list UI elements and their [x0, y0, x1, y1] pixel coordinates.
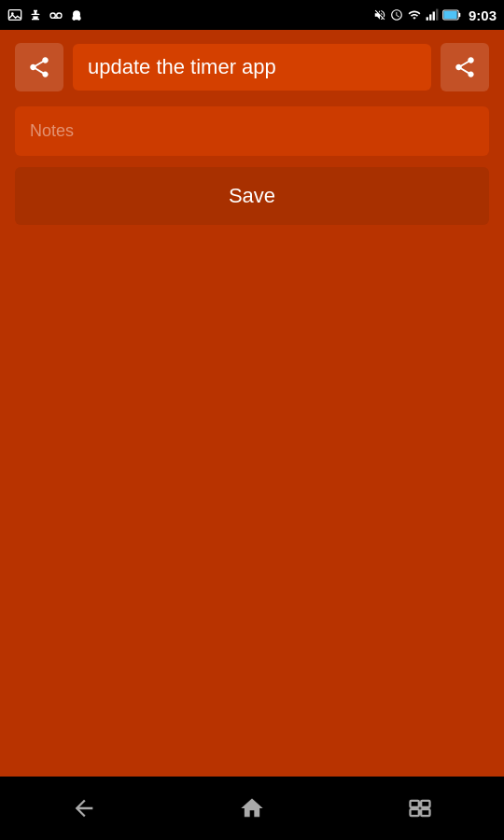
recents-icon [407, 795, 433, 821]
alarm-icon [390, 8, 403, 21]
svg-rect-9 [429, 14, 431, 20]
svg-rect-16 [421, 801, 429, 807]
status-time: 9:03 [469, 7, 497, 23]
svg-rect-11 [436, 9, 438, 21]
svg-rect-2 [32, 19, 39, 20]
svg-rect-8 [427, 17, 428, 21]
mute-icon [373, 8, 386, 21]
svg-point-5 [57, 13, 62, 18]
back-button[interactable] [43, 786, 125, 831]
svg-rect-15 [411, 801, 419, 807]
svg-rect-13 [458, 13, 460, 17]
back-icon [71, 795, 97, 821]
wifi-icon [407, 8, 422, 21]
save-button[interactable]: Save [15, 167, 489, 225]
share-right-button[interactable] [441, 43, 489, 91]
header-row: update the timer app [15, 43, 489, 91]
chess-icon [28, 7, 43, 22]
svg-rect-0 [8, 10, 21, 21]
voicemail-icon [49, 7, 63, 22]
home-icon [239, 795, 265, 821]
share-left-button[interactable] [15, 43, 63, 91]
battery-icon [442, 8, 461, 21]
svg-point-4 [50, 13, 55, 18]
main-content: update the timer app Save [0, 30, 504, 777]
share-left-icon [27, 55, 51, 79]
status-bar: 9:03 [0, 0, 504, 30]
task-title: update the timer app [88, 55, 276, 79]
octocat-icon [69, 7, 84, 22]
title-box: update the timer app [73, 44, 431, 91]
share-right-icon [453, 55, 477, 79]
image-icon [7, 7, 22, 22]
svg-rect-17 [411, 809, 419, 816]
home-button[interactable] [211, 786, 293, 831]
nav-bar [0, 777, 504, 840]
recents-button[interactable] [379, 786, 461, 831]
status-bar-notifications [7, 7, 84, 22]
svg-rect-3 [33, 16, 37, 19]
status-bar-right: 9:03 [373, 7, 497, 23]
svg-rect-10 [433, 12, 435, 21]
svg-rect-14 [443, 11, 456, 20]
svg-rect-18 [421, 809, 429, 816]
notes-input[interactable] [15, 106, 489, 156]
signal-icon [426, 8, 439, 21]
